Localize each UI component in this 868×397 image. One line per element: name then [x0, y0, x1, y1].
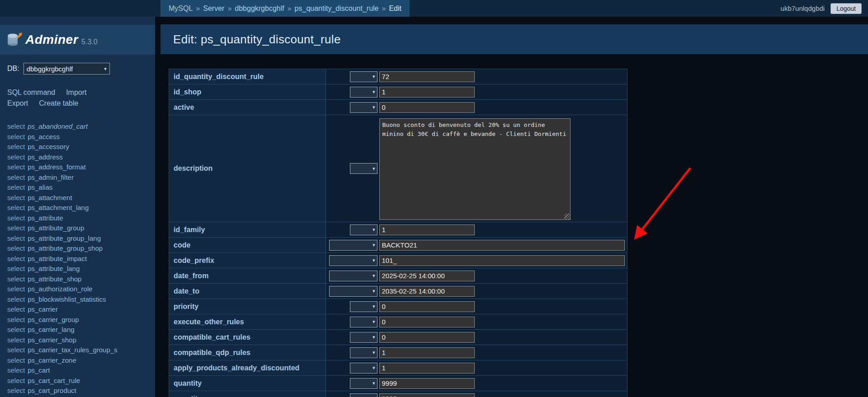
function-select-code[interactable]: ▾	[329, 240, 377, 251]
select-link-ps-cart-product[interactable]: select	[7, 387, 25, 394]
table-link-ps-address-format[interactable]: ps_address_format	[28, 163, 85, 171]
sidebar-link-create-table[interactable]: Create table	[39, 99, 78, 107]
field-label-apply-products-already-discounted: apply_products_already_discounted	[169, 360, 326, 376]
table-link-ps-attribute-lang[interactable]: ps_attribute_lang	[28, 265, 80, 272]
select-link-ps-carrier-lang[interactable]: select	[7, 326, 25, 333]
table-link-ps-attribute[interactable]: ps_attribute	[28, 214, 63, 222]
function-select-date-from[interactable]: ▾	[329, 271, 377, 281]
field-input-apply-products-already-discounted[interactable]	[379, 363, 475, 374]
field-input-active[interactable]	[379, 102, 475, 113]
select-link-ps-attribute-shop[interactable]: select	[7, 275, 25, 283]
function-select-priority[interactable]: ▾	[350, 301, 377, 312]
function-select-date-to[interactable]: ▾	[329, 286, 377, 297]
table-link-ps-carrier-lang[interactable]: ps_carrier_lang	[28, 326, 74, 333]
select-link-ps-attachment[interactable]: select	[7, 194, 25, 201]
logout-button[interactable]: Logout	[830, 3, 862, 14]
select-link-ps-attribute-group-lang[interactable]: select	[7, 234, 25, 242]
table-link-ps-authorization-role[interactable]: ps_authorization_role	[28, 285, 92, 293]
function-select-id-shop[interactable]: ▾	[350, 87, 377, 98]
select-link-ps-address-format[interactable]: select	[7, 163, 25, 171]
field-input-code[interactable]	[379, 240, 625, 251]
function-select-execute-other-rules[interactable]: ▾	[350, 317, 377, 327]
breadcrumb-server[interactable]: Server	[203, 5, 224, 13]
select-link-ps-authorization-role[interactable]: select	[7, 285, 25, 293]
app-title[interactable]: Adminer	[25, 33, 78, 47]
field-input-date-to[interactable]	[379, 286, 475, 297]
table-link-ps-carrier-group[interactable]: ps_carrier_group	[28, 316, 79, 323]
function-select-id-family[interactable]: ▾	[350, 224, 377, 235]
breadcrumb-ps-quantity-discount-rule[interactable]: ps_quantity_discount_rule	[295, 5, 379, 13]
table-link-ps-cart-product[interactable]: ps_cart_product	[28, 387, 76, 394]
function-select-quantity[interactable]: ▾	[350, 378, 377, 389]
select-link-ps-attachment-lang[interactable]: select	[7, 204, 25, 211]
function-select-active[interactable]: ▾	[350, 102, 377, 113]
table-link-ps-attribute-impact[interactable]: ps_attribute_impact	[28, 255, 87, 262]
field-input-id-family[interactable]	[379, 224, 475, 235]
select-link-ps-abandoned-cart[interactable]: select	[7, 122, 25, 130]
table-link-ps-attachment[interactable]: ps_attachment	[28, 194, 72, 201]
select-link-ps-attribute-group[interactable]: select	[7, 224, 25, 232]
sidebar-link-sql-command[interactable]: SQL command	[7, 89, 55, 96]
table-link-ps-carrier-tax-rules-group-s[interactable]: ps_carrier_tax_rules_group_s	[28, 346, 117, 354]
table-list-item: selectps_carrier_zone	[7, 355, 153, 366]
select-link-ps-admin-filter[interactable]: select	[7, 173, 25, 181]
function-select-description[interactable]: ▾	[350, 163, 377, 174]
select-link-ps-carrier[interactable]: select	[7, 305, 25, 313]
table-link-ps-admin-filter[interactable]: ps_admin_filter	[28, 173, 74, 181]
table-link-ps-accessory[interactable]: ps_accessory	[28, 143, 69, 150]
select-link-ps-accessory[interactable]: select	[7, 143, 25, 150]
field-input-execute-other-rules[interactable]	[379, 317, 475, 327]
sidebar-link-import[interactable]: Import	[66, 89, 86, 96]
table-link-ps-attribute-group[interactable]: ps_attribute_group	[28, 224, 84, 232]
field-input-quantity-per-user[interactable]	[379, 393, 475, 397]
select-link-ps-address[interactable]: select	[7, 153, 25, 161]
select-link-ps-access[interactable]: select	[7, 133, 25, 140]
table-link-ps-access[interactable]: ps_access	[28, 133, 60, 140]
table-link-ps-attachment-lang[interactable]: ps_attachment_lang	[28, 204, 89, 211]
table-link-ps-abandoned-cart[interactable]: ps_abandoned_cart	[28, 122, 88, 130]
table-link-ps-blockwishlist-statistics[interactable]: ps_blockwishlist_statistics	[28, 295, 106, 303]
function-select-id-quantity-discount-rule[interactable]: ▾	[350, 71, 377, 82]
select-link-ps-carrier-zone[interactable]: select	[7, 356, 25, 364]
select-link-ps-alias[interactable]: select	[7, 183, 25, 191]
field-input-id-quantity-discount-rule[interactable]	[379, 71, 475, 82]
table-link-ps-carrier-zone[interactable]: ps_carrier_zone	[28, 356, 76, 364]
table-link-ps-alias[interactable]: ps_alias	[28, 183, 52, 191]
function-select-quantity-per-user[interactable]: ▾	[350, 393, 377, 397]
table-link-ps-carrier[interactable]: ps_carrier	[28, 305, 58, 313]
db-select[interactable]: dbbggkrgbcghlf ▾	[24, 63, 110, 75]
select-link-ps-attribute-group-shop[interactable]: select	[7, 244, 25, 252]
field-input-compatible-cart-rules[interactable]	[379, 332, 475, 343]
field-input-date-from[interactable]	[379, 271, 475, 281]
field-input-priority[interactable]	[379, 301, 475, 312]
resize-grip-icon[interactable]	[564, 214, 570, 220]
field-input-quantity[interactable]	[379, 378, 475, 389]
sidebar-link-line: ExportCreate table	[7, 98, 97, 109]
function-select-code-prefix[interactable]: ▾	[329, 255, 377, 266]
function-select-compatible-cart-rules[interactable]: ▾	[350, 332, 377, 343]
select-link-ps-carrier-tax-rules-group-s[interactable]: select	[7, 346, 25, 354]
table-link-ps-attribute-group-lang[interactable]: ps_attribute_group_lang	[28, 234, 101, 242]
field-input-code-prefix[interactable]	[379, 255, 625, 266]
table-link-ps-cart-cart-rule[interactable]: ps_cart_cart_rule	[28, 377, 80, 384]
select-link-ps-carrier-group[interactable]: select	[7, 316, 25, 323]
select-link-ps-blockwishlist-statistics[interactable]: select	[7, 295, 25, 303]
field-textarea-description[interactable]	[379, 118, 571, 220]
select-link-ps-carrier-shop[interactable]: select	[7, 336, 25, 344]
select-link-ps-attribute-impact[interactable]: select	[7, 255, 25, 262]
breadcrumb-dbbggkrgbcghlf[interactable]: dbbggkrgbcghlf	[235, 5, 284, 13]
table-link-ps-attribute-group-shop[interactable]: ps_attribute_group_shop	[28, 244, 103, 252]
sidebar-link-export[interactable]: Export	[7, 99, 28, 107]
table-link-ps-cart[interactable]: ps_cart	[28, 366, 50, 374]
select-link-ps-attribute-lang[interactable]: select	[7, 265, 25, 272]
select-link-ps-attribute[interactable]: select	[7, 214, 25, 222]
function-select-apply-products-already-discounted[interactable]: ▾	[350, 363, 377, 374]
select-link-ps-cart-cart-rule[interactable]: select	[7, 377, 25, 384]
table-link-ps-address[interactable]: ps_address	[28, 153, 63, 161]
field-input-compatible-qdp-rules[interactable]	[379, 347, 475, 358]
field-input-id-shop[interactable]	[379, 87, 475, 98]
table-link-ps-carrier-shop[interactable]: ps_carrier_shop	[28, 336, 76, 344]
select-link-ps-cart[interactable]: select	[7, 366, 25, 374]
table-link-ps-attribute-shop[interactable]: ps_attribute_shop	[28, 275, 81, 283]
function-select-compatible-qdp-rules[interactable]: ▾	[350, 347, 377, 358]
